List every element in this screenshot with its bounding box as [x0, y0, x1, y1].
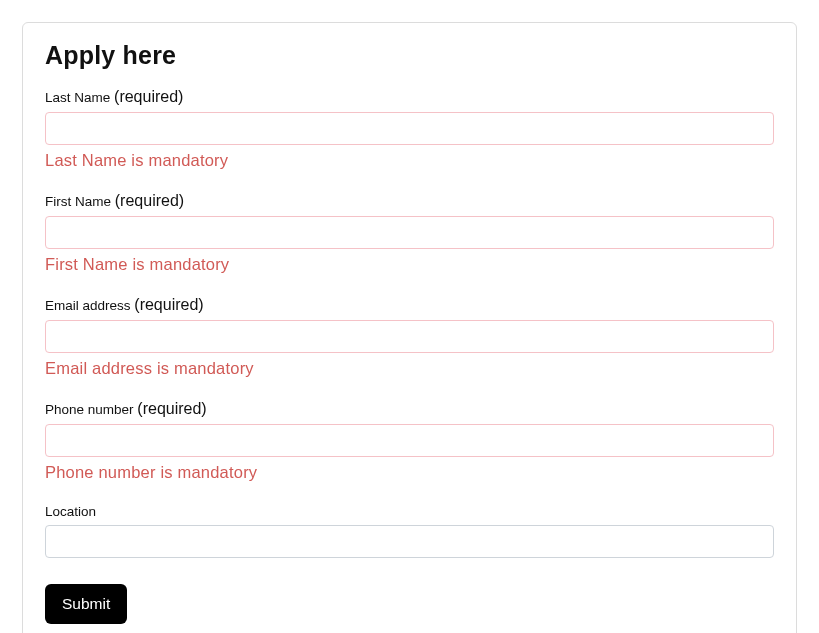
email-label: Email address (required)	[45, 296, 774, 314]
last-name-error: Last Name is mandatory	[45, 151, 774, 170]
phone-error: Phone number is mandatory	[45, 463, 774, 482]
last-name-label-text: Last Name	[45, 90, 110, 105]
field-email: Email address (required) Email address i…	[45, 296, 774, 378]
first-name-label: First Name (required)	[45, 192, 774, 210]
field-last-name: Last Name (required) Last Name is mandat…	[45, 88, 774, 170]
email-hint: (required)	[134, 296, 203, 313]
location-input[interactable]	[45, 525, 774, 558]
field-first-name: First Name (required) First Name is mand…	[45, 192, 774, 274]
last-name-input[interactable]	[45, 112, 774, 145]
email-input[interactable]	[45, 320, 774, 353]
phone-hint: (required)	[137, 400, 206, 417]
email-label-text: Email address	[45, 298, 131, 313]
submit-button[interactable]: Submit	[45, 584, 127, 624]
location-label-text: Location	[45, 504, 96, 519]
location-label: Location	[45, 504, 774, 519]
first-name-input[interactable]	[45, 216, 774, 249]
last-name-label: Last Name (required)	[45, 88, 774, 106]
last-name-hint: (required)	[114, 88, 183, 105]
field-phone: Phone number (required) Phone number is …	[45, 400, 774, 482]
email-error: Email address is mandatory	[45, 359, 774, 378]
phone-label: Phone number (required)	[45, 400, 774, 418]
first-name-error: First Name is mandatory	[45, 255, 774, 274]
phone-input[interactable]	[45, 424, 774, 457]
first-name-label-text: First Name	[45, 194, 111, 209]
field-location: Location	[45, 504, 774, 558]
apply-form-card: Apply here Last Name (required) Last Nam…	[22, 22, 797, 633]
first-name-hint: (required)	[115, 192, 184, 209]
phone-label-text: Phone number	[45, 402, 134, 417]
form-title: Apply here	[45, 41, 774, 70]
